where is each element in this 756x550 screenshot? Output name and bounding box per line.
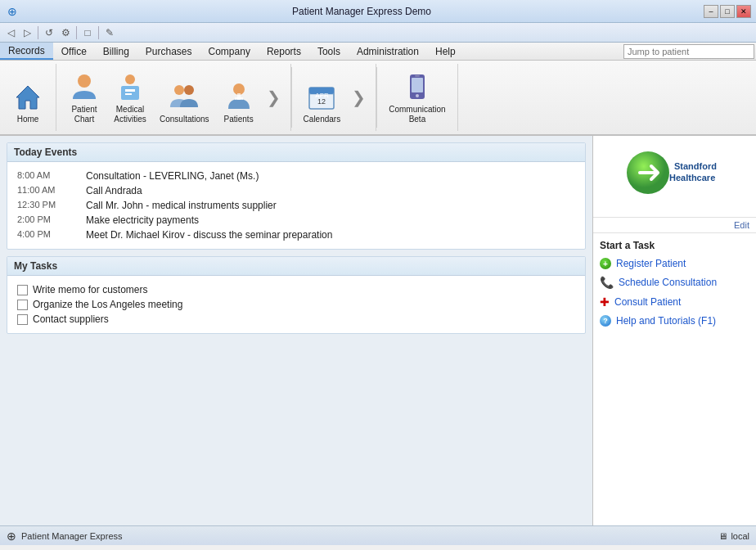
- menu-tools[interactable]: Tools: [309, 43, 349, 60]
- communication-label: CommunicationBeta: [389, 105, 445, 124]
- ribbon-home[interactable]: Home: [7, 77, 49, 128]
- svg-rect-5: [125, 93, 132, 95]
- icon-refresh[interactable]: ↺: [42, 25, 56, 40]
- start-task-title: Start a Task: [600, 240, 749, 251]
- consult-patient-icon: ✚: [600, 295, 610, 309]
- svg-point-2: [125, 74, 135, 84]
- home-icon: [11, 80, 44, 113]
- icon-window[interactable]: □: [80, 25, 95, 40]
- status-app-icon: ⊕: [7, 530, 16, 543]
- title-bar-left: ⊕: [5, 4, 20, 19]
- today-events-header: Today Events: [7, 143, 585, 162]
- my-tasks-section: My Tasks Write memo for customers Organi…: [7, 256, 586, 334]
- task-text: Write memo for customers: [33, 284, 147, 295]
- icon-2[interactable]: ▷: [20, 25, 34, 40]
- app-icon: ⊕: [5, 4, 20, 19]
- svg-rect-17: [412, 78, 423, 92]
- menu-reports[interactable]: Reports: [259, 43, 309, 60]
- ribbon-consultations[interactable]: Consultations: [155, 77, 214, 128]
- register-patient-icon: +: [600, 258, 611, 269]
- svg-rect-10: [235, 97, 243, 100]
- icon-1[interactable]: ◁: [3, 25, 18, 40]
- help-tutorials-link[interactable]: ? Help and Tutorials (F1): [600, 313, 749, 328]
- patient-chart-icon: [68, 70, 101, 103]
- menu-records[interactable]: Records: [0, 43, 53, 60]
- icon-edit[interactable]: ✎: [102, 25, 117, 40]
- my-tasks-content: Write memo for customers Organize the Lo…: [7, 276, 585, 333]
- event-row: 11:00 AM Call Andrada: [14, 183, 578, 198]
- schedule-consultation-link[interactable]: 📞 Schedule Consultation: [600, 274, 749, 291]
- svg-rect-4: [125, 89, 135, 92]
- consult-patient-link[interactable]: ✚ Consult Patient: [600, 294, 749, 310]
- ribbon-items-1: Home: [7, 67, 49, 128]
- ribbon-group-calendars: APR 12 Calendars ❯: [292, 64, 377, 131]
- task-checkbox[interactable]: [17, 300, 28, 310]
- calendars-label: Calendars: [304, 115, 341, 124]
- home-label: Home: [17, 115, 39, 124]
- task-row: Organize the Los Angeles meeting: [14, 297, 578, 312]
- patient-chart-label: PatientChart: [71, 105, 97, 124]
- svg-point-6: [174, 85, 184, 95]
- menu-company[interactable]: Company: [200, 43, 259, 60]
- task-text: Organize the Los Angeles meeting: [33, 299, 182, 310]
- separator-1: [38, 26, 38, 39]
- menu-spacer: [464, 43, 622, 60]
- event-text: Call Mr. John - medical instruments supp…: [86, 200, 575, 211]
- window-title: Patient Manager Express Demo: [20, 6, 704, 17]
- title-bar-controls[interactable]: – □ ✕: [704, 5, 751, 18]
- minimize-button[interactable]: –: [704, 5, 718, 18]
- medical-activities-icon: [114, 70, 146, 103]
- schedule-consultation-label: Schedule Consultation: [619, 277, 717, 288]
- edit-link[interactable]: Edit: [734, 220, 749, 230]
- icon-settings[interactable]: ⚙: [58, 25, 73, 40]
- jump-to-patient-input[interactable]: [623, 44, 754, 59]
- svg-rect-3: [121, 86, 139, 100]
- consult-patient-label: Consult Patient: [614, 296, 681, 308]
- menu-billing[interactable]: Billing: [95, 43, 137, 60]
- schedule-consultation-icon: 📞: [600, 276, 614, 289]
- event-row: 4:00 PM Meet Dr. Michael Kirov - discuss…: [14, 228, 578, 242]
- svg-rect-19: [415, 75, 420, 77]
- svg-point-18: [416, 94, 419, 97]
- status-right: 🖥 local: [718, 531, 749, 541]
- event-text: Make electricity payments: [86, 214, 575, 226]
- ribbon-communication[interactable]: CommunicationBeta: [384, 67, 450, 128]
- svg-text:Healthcare: Healthcare: [669, 173, 715, 183]
- menu-office[interactable]: Office: [53, 43, 95, 60]
- maximize-button[interactable]: □: [720, 5, 735, 18]
- event-row: 8:00 AM Consultation - LEVERLING, Janet …: [14, 169, 578, 183]
- task-row: Contact suppliers: [14, 312, 578, 327]
- start-task-area: Start a Task + Register Patient 📞 Schedu…: [593, 233, 756, 335]
- consultations-icon: [168, 80, 200, 113]
- register-patient-label: Register Patient: [616, 258, 686, 269]
- ribbon-items-comm: CommunicationBeta: [384, 67, 450, 128]
- left-panel: Today Events 8:00 AM Consultation - LEVE…: [0, 136, 592, 525]
- ribbon-calendars[interactable]: APR 12 Calendars: [299, 77, 346, 128]
- event-time: 12:30 PM: [17, 200, 83, 211]
- consultations-label: Consultations: [160, 115, 209, 124]
- menu-purchases[interactable]: Purchases: [137, 43, 200, 60]
- ribbon-medical-activities[interactable]: MedicalActivities: [109, 67, 151, 128]
- event-text: Call Andrada: [86, 185, 575, 196]
- help-tutorials-label: Help and Tutorials (F1): [616, 315, 716, 327]
- menu-bar: Records Office Billing Purchases Company…: [0, 43, 756, 61]
- close-button[interactable]: ✕: [736, 5, 751, 18]
- menu-help[interactable]: Help: [427, 43, 464, 60]
- ribbon-patient-chart[interactable]: PatientChart: [63, 67, 106, 128]
- task-checkbox[interactable]: [17, 285, 28, 295]
- event-time: 4:00 PM: [17, 229, 83, 241]
- ribbon-group-home: Home: [0, 64, 56, 131]
- status-app-name: Patient Manager Express: [21, 531, 123, 541]
- menu-administration[interactable]: Administration: [349, 43, 427, 60]
- separator-3: [98, 26, 99, 39]
- right-panel: Standford Healthcare Edit Start a Task +…: [592, 136, 756, 525]
- server-icon: 🖥: [718, 531, 727, 541]
- today-events-content: 8:00 AM Consultation - LEVERLING, Janet …: [7, 162, 585, 249]
- event-text: Meet Dr. Michael Kirov - discuss the sem…: [86, 229, 575, 241]
- task-checkbox[interactable]: [17, 314, 28, 325]
- task-row: Write memo for customers: [14, 282, 578, 297]
- svg-point-7: [184, 85, 194, 95]
- ribbon-patients[interactable]: Patients: [218, 77, 260, 128]
- svg-text:12: 12: [317, 97, 326, 106]
- register-patient-link[interactable]: + Register Patient: [600, 256, 749, 271]
